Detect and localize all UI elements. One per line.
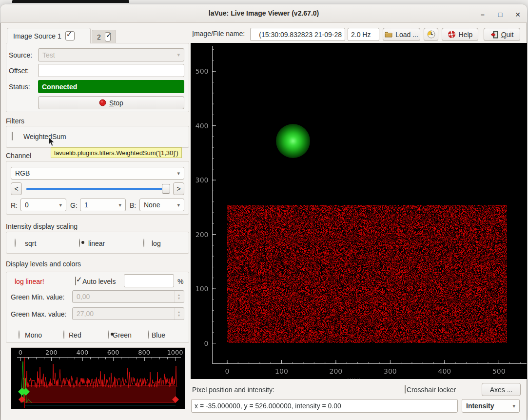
g-value: 1 [84, 201, 88, 209]
crosshair-locker-checkbox[interactable] [405, 385, 406, 394]
scaling-section-label: Intensity display scaling [6, 222, 78, 230]
svg-text:100: 100 [196, 285, 209, 293]
maximize-button[interactable]: □ [494, 10, 507, 20]
channel-slider-handle[interactable] [162, 184, 170, 194]
quit-button[interactable]: Quit [484, 28, 520, 41]
crosshair-locker-label: Crosshair locker [407, 386, 456, 394]
svg-text:500: 500 [196, 67, 209, 75]
min-value-spinbox[interactable]: 0,00 ▴▾ [72, 290, 184, 303]
status-badge: Connected [38, 80, 184, 93]
axes-button-label: Axes ... [490, 386, 513, 394]
display-mode-value: Intensity [466, 402, 494, 410]
tab1-label: Image Source 1 [13, 32, 61, 40]
svg-text:300: 300 [196, 176, 209, 184]
source-label: Source: [9, 51, 32, 59]
intensity-histogram[interactable] [11, 347, 185, 409]
tab-image-source-1[interactable]: Image Source 1 ✓ [7, 28, 91, 43]
exit-door-icon [490, 31, 498, 39]
display-mode-combobox[interactable]: Intensity ▾ [462, 399, 520, 413]
help-button[interactable]: Help [442, 28, 478, 41]
weightedsum-label: WeightedSum [23, 133, 66, 140]
r-value: 0 [25, 201, 29, 209]
max-value: 27,00 [77, 310, 94, 318]
blue-label: Blue [152, 331, 165, 339]
tab1-checkbox[interactable]: ✓ [65, 31, 75, 40]
g-label: G: [70, 201, 78, 209]
linear-label: linear [88, 240, 105, 247]
mono-label: Mono [25, 331, 42, 339]
max-spin-buttons[interactable]: ▴▾ [175, 308, 180, 320]
channel-mode-value: RGB [15, 169, 30, 177]
sqrt-label: sqrt [25, 240, 36, 247]
tab-image-source-2[interactable]: 2 ✓ [92, 30, 116, 43]
folder-icon [385, 31, 392, 38]
splitter-handle[interactable]: ······ [347, 376, 361, 381]
r-combobox[interactable]: 0 ▾ [20, 199, 66, 211]
help-button-label: Help [459, 31, 473, 39]
radio-linear[interactable] [79, 239, 80, 247]
radio-sqrt[interactable] [15, 239, 16, 247]
source-value: Test [42, 51, 55, 59]
radio-log[interactable] [143, 239, 144, 247]
r-label: R: [11, 201, 18, 209]
pixel-position-input[interactable] [191, 399, 458, 413]
green-label: Green [113, 331, 132, 339]
b-combobox[interactable]: None ▾ [139, 199, 184, 211]
lifebuoy-icon [448, 30, 456, 39]
min-value: 0,00 [77, 293, 90, 300]
radio-blue[interactable] [148, 330, 149, 339]
close-button[interactable]: ✕ [511, 10, 524, 20]
channel-next-button[interactable]: > [173, 182, 184, 195]
stop-button-label: Stop [109, 99, 123, 107]
offset-input[interactable] [38, 64, 184, 77]
pixel-position-label: Pixel position and intensity: [192, 386, 274, 394]
chevron-down-icon: ▾ [512, 403, 515, 409]
auto-levels-checkbox[interactable]: ✓ [75, 277, 76, 285]
svg-text:200: 200 [196, 231, 209, 239]
radio-red[interactable] [63, 330, 64, 339]
log-label: log [152, 240, 161, 247]
svg-text:0: 0 [204, 340, 209, 347]
svg-text:400: 400 [196, 122, 209, 130]
load-button[interactable]: Load ... [383, 28, 420, 41]
radio-green[interactable] [108, 330, 109, 339]
next-label: > [176, 185, 180, 193]
check-icon: ✓ [106, 31, 112, 40]
auto-levels-percent-input[interactable] [124, 274, 174, 287]
weightedsum-checkbox[interactable] [12, 132, 13, 140]
spin-down-icon[interactable]: ▾ [178, 297, 180, 300]
close-icon: ✕ [515, 11, 521, 19]
channel-prev-button[interactable]: < [11, 182, 22, 195]
max-value-spinbox[interactable]: 27,00 ▴▾ [72, 307, 184, 320]
clock-icon [427, 30, 435, 39]
source-combobox[interactable]: Test ▾ [38, 48, 184, 61]
b-label: B: [130, 201, 136, 209]
tab2-checkbox[interactable]: ✓ [105, 32, 111, 41]
history-button[interactable] [424, 28, 438, 41]
min-spin-buttons[interactable]: ▴▾ [175, 291, 180, 302]
svg-text:300: 300 [384, 367, 397, 375]
minimize-button[interactable]: – [476, 10, 489, 20]
svg-text:100: 100 [275, 367, 288, 375]
min-value-label: Green Min. value: [11, 293, 65, 301]
stop-button[interactable]: Stop [38, 96, 184, 109]
minimize-icon: – [481, 11, 485, 19]
refresh-rate-input[interactable] [348, 28, 379, 41]
spin-down-icon[interactable]: ▾ [178, 314, 180, 317]
svg-text:400: 400 [438, 367, 451, 375]
load-button-label: Load ... [395, 31, 418, 39]
chevron-down-icon: ▾ [177, 202, 180, 208]
image-plot[interactable]: 01002003004005000100200300400500 [191, 43, 527, 379]
channel-mode-combobox[interactable]: RGB ▾ [11, 167, 184, 180]
offset-label: Offset: [9, 67, 29, 75]
image-file-input[interactable] [250, 28, 345, 41]
red-label: Red [69, 331, 81, 339]
tab2-label: 2 [97, 33, 101, 41]
maximize-icon: □ [498, 11, 502, 19]
axes-button[interactable]: Axes ... [482, 383, 521, 396]
b-value: None [144, 201, 160, 209]
max-value-label: Green Max. value: [11, 310, 66, 318]
radio-mono[interactable] [19, 330, 20, 339]
g-combobox[interactable]: 1 ▾ [80, 199, 126, 211]
check-icon: ✓ [76, 275, 82, 284]
